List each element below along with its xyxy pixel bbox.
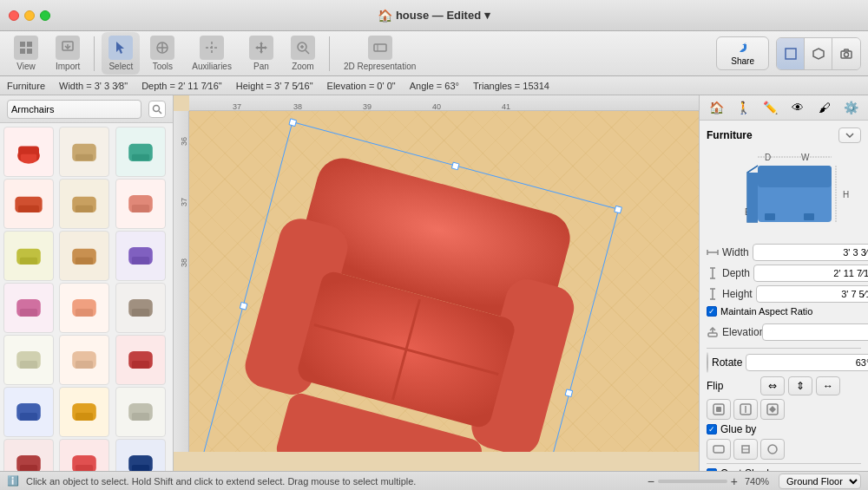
glue-icon-1[interactable] <box>707 399 731 420</box>
statusbar: ℹ️ Click an object to select. Hold Shift… <box>0 471 868 490</box>
furniture-item[interactable] <box>115 387 166 437</box>
right-panel: 🏠 🚶 ✏️ 👁 🖌 ⚙️ Furniture D W <box>699 95 868 471</box>
glue-checkbox[interactable] <box>707 424 717 434</box>
svg-rect-31 <box>18 206 39 212</box>
toolbar-pan[interactable]: Pan <box>242 32 280 75</box>
furniture-item[interactable] <box>3 127 54 177</box>
depth-row: Depth ▲ ▼ <box>707 265 861 282</box>
home-icon-btn[interactable]: 🏠 <box>705 95 729 120</box>
depth-input[interactable] <box>753 265 868 282</box>
pan-icon <box>249 36 273 60</box>
toolbar-sep-2 <box>329 36 330 71</box>
rotate-input[interactable] <box>746 354 868 371</box>
glue-icon-3[interactable] <box>760 399 785 420</box>
zoom-slider[interactable] <box>658 480 727 483</box>
furniture-header: Furniture <box>707 127 861 143</box>
search-button[interactable] <box>148 101 166 118</box>
glue-icon-6[interactable] <box>760 439 785 460</box>
selected-armchair[interactable] <box>199 127 614 452</box>
height-input[interactable] <box>756 285 868 303</box>
furniture-item[interactable] <box>3 231 54 281</box>
maintain-aspect-checkbox[interactable] <box>707 306 717 317</box>
close-button[interactable] <box>9 10 19 21</box>
svg-rect-49 <box>20 361 37 369</box>
toolbar-zoom[interactable]: Zoom <box>284 32 322 75</box>
toolbar-2d-representation[interactable]: 2D Representation <box>337 32 423 75</box>
view-mode-3d[interactable] <box>805 38 832 69</box>
furniture-item[interactable] <box>3 179 54 229</box>
furniture-item[interactable] <box>115 283 166 333</box>
svg-rect-47 <box>132 309 149 317</box>
svg-point-105 <box>768 445 777 454</box>
width-row: Width ▲ ▼ <box>707 244 861 261</box>
svg-rect-15 <box>374 44 386 51</box>
cast-shadows-checkbox[interactable] <box>707 468 717 471</box>
minimize-button[interactable] <box>24 10 35 21</box>
flip-horizontal-btn[interactable]: ⇔ <box>760 376 785 395</box>
settings-icon-btn[interactable]: ⚙️ <box>839 95 864 120</box>
furniture-item[interactable] <box>3 283 54 333</box>
furniture-item[interactable] <box>3 439 54 471</box>
furniture-item[interactable] <box>59 387 109 437</box>
view-mode-camera[interactable] <box>832 38 860 69</box>
toolbar-view[interactable]: View <box>7 32 45 75</box>
furniture-item[interactable] <box>59 179 109 229</box>
furniture-item[interactable] <box>115 335 166 385</box>
view-mode-2d[interactable] <box>777 38 805 69</box>
furniture-item[interactable] <box>59 335 109 385</box>
svg-rect-39 <box>76 258 93 265</box>
furniture-item[interactable] <box>115 439 166 471</box>
furniture-item[interactable] <box>115 127 166 177</box>
canvas-area[interactable]: 37 38 39 40 41 36 37 38 M <box>174 95 699 471</box>
pencil-icon-btn[interactable]: ✏️ <box>759 95 783 120</box>
toolbar-tools[interactable]: Tools <box>143 32 181 75</box>
toolbar-auxiliaries[interactable]: Auxiliaries <box>185 32 239 75</box>
furniture-item[interactable] <box>59 439 109 471</box>
flip-diagonal-btn[interactable]: ↔ <box>816 376 840 395</box>
svg-rect-43 <box>20 309 37 317</box>
furniture-item[interactable] <box>59 127 109 177</box>
elevation-row: Elevation ▲ ▼ <box>707 323 861 341</box>
toolbar-import[interactable]: Import <box>49 32 87 75</box>
auxiliaries-icon <box>200 36 224 60</box>
canvas-content[interactable]: M <box>189 111 699 452</box>
svg-rect-3 <box>27 49 32 54</box>
person-icon-btn[interactable]: 🚶 <box>732 95 756 120</box>
svg-rect-84 <box>804 213 814 220</box>
handle-top-left[interactable] <box>288 118 297 127</box>
svg-rect-57 <box>76 413 93 421</box>
eye-icon-btn[interactable]: 👁 <box>786 95 810 120</box>
view-mode-group <box>776 37 861 70</box>
flip-vertical-btn[interactable]: ⇕ <box>788 376 812 395</box>
furniture-item[interactable] <box>3 387 54 437</box>
maximize-button[interactable] <box>40 10 50 21</box>
furniture-item[interactable] <box>115 231 166 281</box>
representation-icon <box>368 36 392 60</box>
handle-top-right[interactable] <box>614 206 622 214</box>
svg-marker-18 <box>813 49 824 59</box>
svg-rect-25 <box>21 154 36 160</box>
toolbar-select[interactable]: Select <box>102 32 140 75</box>
window-title: 🏠 house — Edited ▾ <box>378 9 490 23</box>
elevation-input[interactable] <box>762 323 868 341</box>
rotate-dial[interactable] <box>707 352 708 373</box>
glue-icon-2[interactable] <box>733 399 758 420</box>
zoom-in-btn[interactable]: + <box>731 474 738 488</box>
category-dropdown[interactable]: Armchairs <box>7 100 141 119</box>
svg-line-12 <box>306 50 309 54</box>
floor-select[interactable]: Ground Floor <box>779 474 861 489</box>
width-input[interactable] <box>753 244 868 261</box>
share-button[interactable]: Share <box>716 36 769 70</box>
furniture-menu-btn[interactable] <box>838 127 861 143</box>
svg-rect-33 <box>76 206 93 212</box>
furniture-item[interactable] <box>115 179 166 229</box>
zoom-control: − + 740% Ground Floor <box>648 474 861 489</box>
svg-rect-0 <box>20 42 25 47</box>
furniture-item[interactable] <box>59 283 109 333</box>
glue-icon-5[interactable] <box>733 439 758 460</box>
brush-icon-btn[interactable]: 🖌 <box>812 95 837 120</box>
furniture-item[interactable] <box>59 231 109 281</box>
zoom-out-btn[interactable]: − <box>648 474 654 488</box>
furniture-item[interactable] <box>3 335 54 385</box>
glue-icon-4[interactable] <box>707 439 731 460</box>
